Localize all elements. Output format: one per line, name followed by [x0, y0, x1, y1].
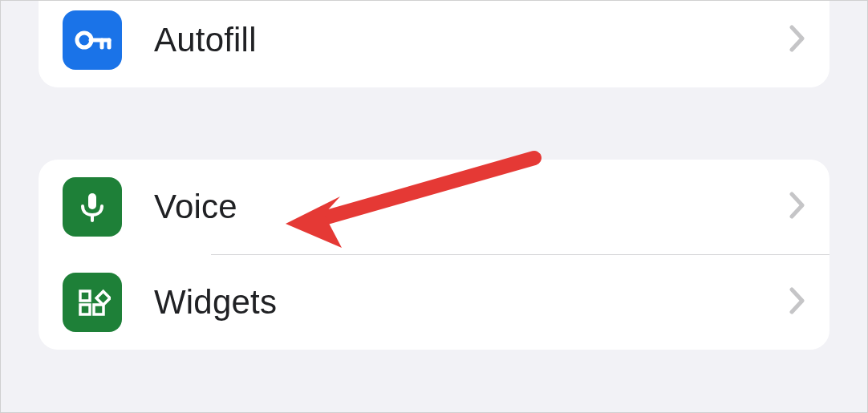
settings-group-1: Autofill	[39, 0, 829, 87]
settings-row-label: Autofill	[154, 21, 789, 59]
microphone-icon	[63, 177, 122, 237]
chevron-right-icon	[789, 192, 805, 222]
chevron-right-icon	[789, 287, 805, 318]
settings-group-2: Voice Widgets	[39, 160, 829, 350]
svg-rect-9	[96, 291, 110, 305]
settings-row-autofill[interactable]: Autofill	[39, 0, 829, 87]
svg-rect-7	[80, 305, 90, 314]
key-icon	[63, 10, 122, 70]
settings-row-label: Voice	[154, 188, 789, 226]
settings-row-widgets[interactable]: Widgets	[39, 255, 829, 350]
widgets-icon	[63, 273, 122, 332]
svg-rect-8	[94, 305, 103, 314]
settings-panel: Autofill Voice	[1, 0, 867, 350]
svg-rect-4	[88, 193, 96, 209]
chevron-right-icon	[789, 25, 805, 55]
svg-rect-6	[80, 291, 90, 301]
settings-row-voice[interactable]: Voice	[39, 160, 829, 254]
settings-row-label: Widgets	[154, 283, 789, 322]
